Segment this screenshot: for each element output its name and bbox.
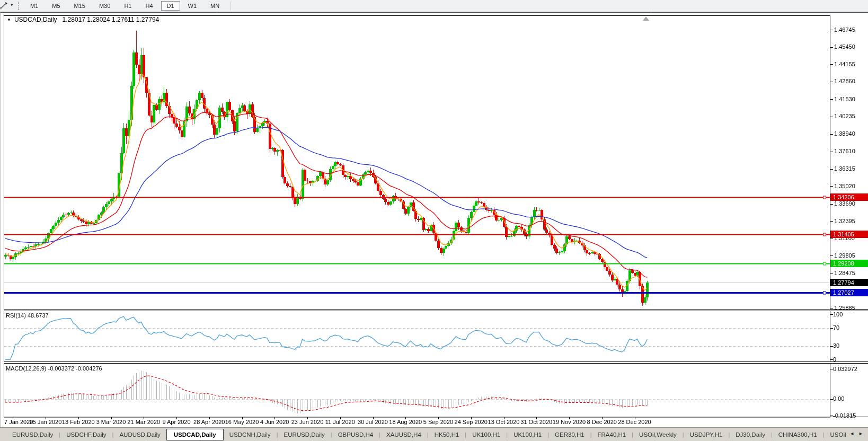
chart-tab-bar: EURUSD,Daily|USDCHF,Daily|AUDUSD,DailyUS… — [0, 427, 868, 441]
tab-scroll-arrows: ◄► — [846, 429, 866, 438]
timeframe-button-H1[interactable]: H1 — [118, 1, 137, 11]
toolbar-separator — [231, 2, 231, 10]
tool-dropdown-icon[interactable]: ▾ — [11, 2, 13, 7]
timeframe-button-MN[interactable]: MN — [205, 1, 225, 11]
chart-tab-uk100-h1[interactable]: UK100,H1 — [508, 430, 547, 439]
chart-tab-china300-h1[interactable]: CHINA300,H1 — [773, 430, 823, 439]
timeframe-button-M30[interactable]: M30 — [93, 1, 116, 11]
chart-tab-audusd-daily[interactable]: AUDUSD,Daily — [113, 430, 166, 439]
timeframe-button-D1[interactable]: D1 — [161, 1, 180, 11]
chart-tab-hk50-h1[interactable]: HK50,H1 — [429, 430, 465, 439]
chart-tab-usdcad-daily[interactable]: USDCAD,Daily — [166, 429, 224, 440]
chart-tab-usdjpy-h1[interactable]: USDJPY,H1 — [684, 430, 729, 439]
timeframe-button-M5[interactable]: M5 — [46, 1, 66, 11]
line-tool-icon[interactable] — [0, 1, 8, 11]
timeframe-toolbar: ▾ M1M5M15M30H1H4D1W1MN — [0, 0, 868, 12]
tab-scroll-left-icon[interactable]: ◄ — [849, 431, 854, 436]
chart-tab-gbpusd-h4[interactable]: GBPUSD,H4 — [332, 430, 379, 439]
timeframe-button-M1[interactable]: M1 — [24, 1, 44, 11]
chart-tab-xauusd-h4[interactable]: XAUUSD,H4 — [380, 430, 427, 439]
chart-tab-usdcnh-daily[interactable]: USDCNH,Daily — [224, 430, 277, 439]
chart-tab-eurusd-daily[interactable]: EURUSD,Daily — [278, 430, 330, 439]
timeframe-button-H4[interactable]: H4 — [139, 1, 158, 11]
chart-tab-fra40-h1[interactable]: FRA40,H1 — [592, 430, 632, 439]
chart-tab-usoil-weekly[interactable]: USOil,Weekly — [633, 430, 683, 439]
chart-tab-usdchf-daily[interactable]: USDCHF,Daily — [60, 430, 112, 439]
tab-scroll-right-icon[interactable]: ► — [858, 431, 863, 436]
timeframe-button-W1[interactable]: W1 — [182, 1, 203, 11]
chart-tab-ger30-h1[interactable]: GER30,H1 — [549, 430, 590, 439]
chart-tab-dj30-daily[interactable]: DJ30,Daily — [730, 430, 771, 439]
chart-tab-eurusd-daily[interactable]: EURUSD,Daily — [6, 430, 59, 439]
chart-tab-uk100-h1[interactable]: UK100,H1 — [466, 430, 506, 439]
toolbar-grip[interactable] — [18, 2, 19, 10]
chart-canvas[interactable] — [0, 0, 868, 441]
timeframe-button-M15[interactable]: M15 — [68, 1, 91, 11]
